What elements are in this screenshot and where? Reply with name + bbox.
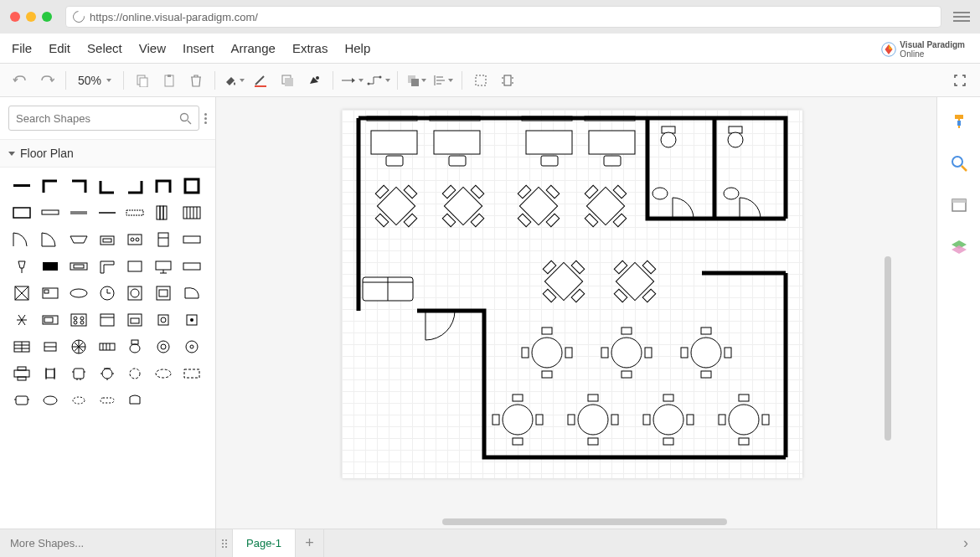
shape-dryer[interactable] (152, 283, 175, 303)
shape-plant[interactable] (10, 310, 34, 330)
add-page-button[interactable]: + (296, 529, 324, 557)
menu-extras[interactable]: Extras (292, 41, 328, 55)
fullscreen-button[interactable] (948, 69, 972, 92)
fit-page-button[interactable] (496, 69, 519, 92)
menu-edit[interactable]: Edit (49, 41, 70, 55)
outline-panel-button[interactable] (950, 196, 968, 214)
vertical-scrollbar[interactable] (885, 256, 891, 441)
shape-dashed[interactable] (123, 203, 147, 223)
redo-button[interactable] (35, 69, 59, 92)
shape-sink[interactable] (95, 230, 119, 250)
shape-shower[interactable] (180, 337, 204, 357)
shape-desk[interactable] (67, 256, 90, 276)
shape-stairs-2[interactable] (180, 203, 204, 223)
shape-dishwasher[interactable] (95, 310, 119, 330)
menu-arrange[interactable]: Arrange (231, 41, 276, 55)
shape-lamp[interactable] (10, 256, 34, 276)
shadow-button[interactable] (276, 69, 299, 92)
shape-stairs[interactable] (152, 203, 175, 223)
horizontal-scrollbar[interactable] (442, 518, 727, 525)
fill-color-button[interactable] (222, 69, 245, 92)
menu-insert[interactable]: Insert (183, 41, 214, 55)
find-button[interactable] (950, 154, 968, 173)
shape-cabinet[interactable] (123, 256, 147, 276)
shape-wall-corner-1[interactable] (39, 176, 62, 196)
align-button[interactable] (431, 69, 455, 92)
shape-switch[interactable] (180, 310, 204, 330)
shape-window-2[interactable] (67, 230, 90, 250)
expand-right-panel-button[interactable]: › (952, 534, 980, 552)
shape-sink-round[interactable] (152, 337, 175, 357)
menu-file[interactable]: File (12, 41, 32, 55)
shape-outlet[interactable] (152, 310, 175, 330)
shape-room[interactable] (180, 176, 204, 196)
shape-dresser[interactable] (10, 337, 34, 357)
shape-sofa-2[interactable] (39, 390, 62, 410)
line-color-button[interactable] (249, 69, 272, 92)
zoom-dropdown[interactable]: 50% (73, 74, 116, 87)
paste-button[interactable] (157, 69, 181, 92)
connection-button[interactable] (340, 69, 364, 92)
shape-bed[interactable] (39, 283, 62, 303)
menu-select[interactable]: Select (87, 41, 122, 55)
shape-corner-counter[interactable] (95, 256, 119, 276)
shape-nightstand[interactable] (39, 337, 62, 357)
menu-help[interactable]: Help (344, 41, 370, 55)
browser-menu-icon[interactable] (953, 12, 970, 22)
shape-piano[interactable] (180, 283, 204, 303)
search-field[interactable] (16, 112, 174, 125)
canvas-page[interactable] (342, 110, 802, 478)
shape-printer[interactable] (10, 364, 34, 384)
more-shapes-button[interactable]: More Shapes... (0, 529, 216, 557)
selection-mode-button[interactable] (469, 69, 493, 92)
delete-button[interactable] (184, 69, 208, 92)
undo-button[interactable] (8, 69, 32, 92)
shape-bathtub[interactable] (67, 283, 90, 303)
shape-clock[interactable] (95, 283, 119, 303)
tab-page-1[interactable]: Page-1 (233, 529, 296, 557)
shape-window[interactable] (10, 203, 34, 223)
minimize-window-icon[interactable] (26, 12, 36, 22)
shape-wall[interactable] (10, 176, 34, 196)
shape-sofa-4[interactable] (95, 390, 119, 410)
shape-washer[interactable] (123, 283, 147, 303)
shape-sofa-1[interactable] (10, 390, 34, 410)
url-bar[interactable]: https://online.visual-paradigm.com/ (65, 6, 941, 28)
shape-sofa-3[interactable] (67, 390, 90, 410)
maximize-window-icon[interactable] (42, 12, 52, 22)
shape-toilet[interactable] (123, 337, 147, 357)
shape-oven[interactable] (123, 310, 147, 330)
waypoint-button[interactable] (367, 69, 390, 92)
shape-wall-u[interactable] (152, 176, 175, 196)
category-floor-plan[interactable]: Floor Plan (0, 139, 215, 168)
shape-microwave[interactable] (39, 310, 62, 330)
shape-wall-corner-2[interactable] (67, 176, 90, 196)
shape-stove[interactable] (123, 230, 147, 250)
shape-cross[interactable] (10, 283, 34, 303)
shape-fan[interactable] (67, 337, 90, 357)
shape-opening-thin[interactable] (67, 203, 90, 223)
close-window-icon[interactable] (10, 12, 20, 22)
layers-panel-button[interactable] (950, 238, 968, 256)
tab-grip-icon[interactable] (216, 529, 233, 557)
shape-beam[interactable] (95, 203, 119, 223)
shape-chair-2[interactable] (67, 364, 90, 384)
copy-button[interactable] (131, 69, 154, 92)
shape-wall-corner-4[interactable] (123, 176, 147, 196)
shape-chair-1[interactable] (39, 364, 62, 384)
shape-shelf[interactable] (180, 256, 204, 276)
to-front-button[interactable] (405, 69, 428, 92)
shape-table-rect[interactable] (180, 364, 204, 384)
canvas-area[interactable] (216, 97, 936, 529)
shape-door-arc[interactable] (10, 230, 34, 250)
shape-opening[interactable] (39, 203, 62, 223)
floor-plan-drawing[interactable] (342, 110, 802, 478)
shape-search-input[interactable] (8, 106, 199, 131)
shape-tv[interactable] (39, 256, 62, 276)
shape-table-oval[interactable] (152, 364, 175, 384)
shape-chair-3[interactable] (95, 364, 119, 384)
style-button[interactable] (302, 69, 326, 92)
format-panel-button[interactable] (950, 112, 968, 131)
shape-fridge[interactable] (152, 230, 175, 250)
shape-quarter[interactable] (39, 230, 62, 250)
